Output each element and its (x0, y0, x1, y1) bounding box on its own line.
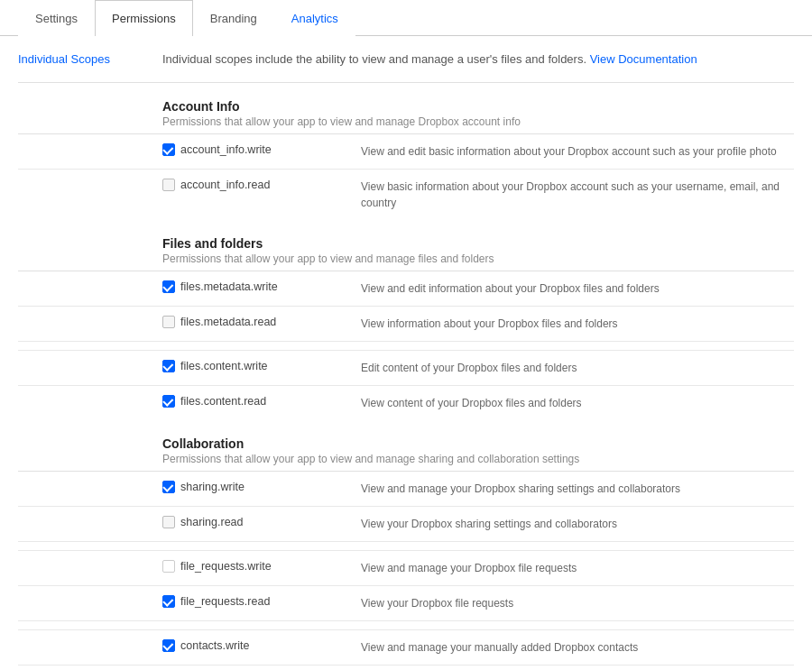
section-account-info: Account InfoPermissions that allow your … (18, 83, 794, 220)
permission-desc-sharing.read: View your Dropbox sharing settings and c… (361, 516, 794, 532)
permission-left-account_info.write: account_info.write (162, 143, 361, 156)
checkbox-file_requests.write[interactable] (162, 560, 175, 573)
section-subtitle-account-info: Permissions that allow your app to view … (162, 115, 794, 128)
permission-left-files.content.read: files.content.read (162, 395, 361, 408)
permission-row-contacts.read: contacts.readView your manually added Dr… (18, 665, 794, 670)
checkbox-file_requests.read[interactable] (162, 595, 175, 608)
permission-row-file_requests.write: file_requests.writeView and manage your … (18, 551, 794, 586)
permission-left-sharing.write: sharing.write (162, 481, 361, 493)
individual-scopes-label: Individual Scopes (18, 52, 162, 66)
section-title-account-info: Account Info (162, 99, 794, 114)
permission-row-files.metadata.read: files.metadata.readView information abou… (18, 307, 794, 342)
checkbox-files.metadata.read[interactable] (162, 316, 175, 328)
permission-desc-files.content.read: View content of your Dropbox files and f… (361, 395, 794, 411)
checkbox-files.content.write[interactable] (162, 360, 175, 372)
tab-permissions[interactable]: Permissions (95, 0, 193, 36)
permission-row-account_info.read: account_info.readView basic information … (18, 170, 794, 220)
checkbox-files.metadata.write[interactable] (162, 280, 175, 293)
permission-name-files.metadata.read: files.metadata.read (180, 316, 276, 328)
permission-desc-file_requests.write: View and manage your Dropbox file reques… (361, 560, 794, 576)
permission-left-files.metadata.read: files.metadata.read (162, 316, 361, 328)
section-header-files-and-folders: Files and foldersPermissions that allow … (18, 220, 794, 271)
permission-desc-account_info.read: View basic information about your Dropbo… (361, 179, 794, 211)
permission-row-sharing.read: sharing.readView your Dropbox sharing se… (18, 507, 794, 542)
section-files-and-folders: Files and foldersPermissions that allow … (18, 220, 794, 420)
permission-name-sharing.read: sharing.read (180, 516, 244, 528)
permission-row-file_requests.read: file_requests.readView your Dropbox file… (18, 586, 794, 621)
tab-branding[interactable]: Branding (193, 0, 274, 36)
checkbox-account_info.write[interactable] (162, 143, 175, 156)
permission-name-sharing.write: sharing.write (180, 481, 245, 493)
permission-name-file_requests.write: file_requests.write (180, 560, 272, 573)
permission-left-account_info.read: account_info.read (162, 179, 361, 191)
individual-scopes-description: Individual scopes include the ability to… (162, 52, 697, 66)
permission-gap (18, 621, 794, 630)
individual-scopes-row: Individual ScopesIndividual scopes inclu… (18, 36, 794, 83)
permission-name-files.metadata.write: files.metadata.write (180, 280, 278, 293)
main-content: Individual ScopesIndividual scopes inclu… (0, 36, 812, 670)
permission-row-files.metadata.write: files.metadata.writeView and edit inform… (18, 271, 794, 307)
tab-bar: SettingsPermissionsBrandingAnalytics (0, 0, 812, 36)
permission-name-account_info.read: account_info.read (180, 179, 270, 191)
section-title-files-and-folders: Files and folders (162, 236, 794, 251)
section-title-collaboration: Collaboration (162, 436, 794, 451)
permission-row-files.content.read: files.content.readView content of your D… (18, 386, 794, 420)
permission-name-files.content.read: files.content.read (180, 395, 266, 408)
permission-name-contacts.write: contacts.write (180, 639, 249, 652)
permission-left-file_requests.write: file_requests.write (162, 560, 361, 573)
permission-left-file_requests.read: file_requests.read (162, 595, 361, 608)
permission-gap (18, 342, 794, 351)
permission-left-files.content.write: files.content.write (162, 360, 361, 372)
permission-desc-contacts.write: View and manage your manually added Drop… (361, 639, 794, 656)
permission-left-contacts.write: contacts.write (162, 639, 361, 652)
permission-row-sharing.write: sharing.writeView and manage your Dropbo… (18, 472, 794, 507)
permission-name-files.content.write: files.content.write (180, 360, 268, 372)
app-container: SettingsPermissionsBrandingAnalytics Ind… (0, 0, 812, 670)
checkbox-files.content.read[interactable] (162, 395, 175, 408)
permission-left-files.metadata.write: files.metadata.write (162, 280, 361, 293)
permission-desc-file_requests.read: View your Dropbox file requests (361, 595, 794, 611)
permission-gap (18, 542, 794, 551)
permission-name-account_info.write: account_info.write (180, 143, 272, 156)
view-documentation-link[interactable]: View Documentation (590, 52, 697, 66)
section-collaboration: CollaborationPermissions that allow your… (18, 420, 794, 670)
sections-container: Account InfoPermissions that allow your … (18, 83, 794, 670)
section-header-collaboration: CollaborationPermissions that allow your… (18, 420, 794, 471)
checkbox-sharing.read[interactable] (162, 516, 175, 528)
permission-desc-sharing.write: View and manage your Dropbox sharing set… (361, 481, 794, 497)
permission-desc-files.metadata.write: View and edit information about your Dro… (361, 280, 794, 297)
permission-name-file_requests.read: file_requests.read (180, 595, 270, 608)
checkbox-contacts.write[interactable] (162, 639, 175, 652)
permission-desc-files.metadata.read: View information about your Dropbox file… (361, 316, 794, 332)
permission-row-files.content.write: files.content.writeEdit content of your … (18, 351, 794, 386)
permission-left-sharing.read: sharing.read (162, 516, 361, 528)
permission-desc-files.content.write: Edit content of your Dropbox files and f… (361, 360, 794, 376)
tab-analytics[interactable]: Analytics (274, 0, 355, 36)
permission-row-contacts.write: contacts.writeView and manage your manua… (18, 630, 794, 665)
section-subtitle-files-and-folders: Permissions that allow your app to view … (162, 252, 794, 265)
tab-settings[interactable]: Settings (18, 0, 95, 36)
checkbox-account_info.read[interactable] (162, 179, 175, 191)
section-header-account-info: Account InfoPermissions that allow your … (18, 83, 794, 133)
permission-row-account_info.write: account_info.writeView and edit basic in… (18, 134, 794, 170)
permission-desc-account_info.write: View and edit basic information about yo… (361, 143, 794, 160)
section-subtitle-collaboration: Permissions that allow your app to view … (162, 453, 794, 465)
checkbox-sharing.write[interactable] (162, 481, 175, 493)
